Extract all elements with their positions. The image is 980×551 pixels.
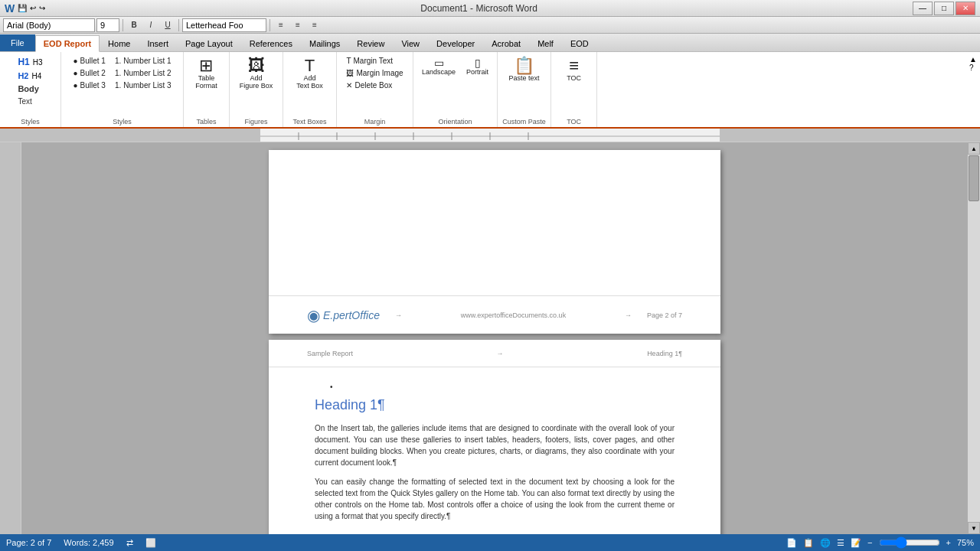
bold-button[interactable]: B	[126, 18, 142, 32]
word-icon: W	[5, 2, 15, 15]
tab-home[interactable]: Home	[100, 34, 139, 51]
margin-image-button[interactable]: 🖼 Margin Image	[342, 67, 407, 79]
scroll-thumb[interactable]	[969, 155, 979, 201]
landscape-label: Landscape	[422, 68, 456, 76]
quick-save-btn[interactable]: 💾	[18, 4, 27, 12]
add-textbox-button[interactable]: T Add Text Box	[292, 55, 327, 92]
delete-box-button[interactable]: ✕ Delete Box	[342, 80, 407, 91]
page-2-body[interactable]: • Heading 1¶ On the Insert tab, the gall…	[269, 367, 720, 534]
view-layout-icon[interactable]: 📋	[803, 538, 814, 548]
header-center: →	[497, 350, 504, 357]
quick-undo-btn[interactable]: ↩	[30, 4, 36, 12]
paste-label: Paste text	[509, 74, 540, 82]
tab-page-layout[interactable]: Page Layout	[177, 34, 241, 51]
view-outline-icon[interactable]: ☰	[837, 538, 844, 548]
quick-redo-btn[interactable]: ↪	[39, 4, 45, 12]
portrait-button[interactable]: ▯ Portrait	[462, 55, 492, 78]
num2-icon: 1.	[115, 69, 121, 77]
maximize-button[interactable]: □	[934, 2, 954, 15]
zoom-slider[interactable]	[879, 539, 940, 546]
track-changes-icon[interactable]: ⇄	[126, 538, 133, 548]
view-draft-icon[interactable]: 📝	[851, 538, 861, 548]
tab-acrobat[interactable]: Acrobat	[483, 34, 529, 51]
h1-badge: H1	[18, 57, 29, 67]
number-3-label: Number List 3	[123, 81, 171, 90]
italic-button[interactable]: I	[143, 18, 158, 32]
toc-button[interactable]: ≡ TOC	[560, 55, 588, 84]
paste-label: Custom Paste	[502, 118, 546, 126]
number-3-button[interactable]: 1. Number List 3	[111, 80, 175, 91]
zoom-out-button[interactable]: −	[867, 538, 872, 547]
footer-logo-text: E.pertOffice	[323, 309, 380, 321]
number-1-button[interactable]: 1. Number List 1	[111, 55, 175, 67]
body-paragraph-2[interactable]: You can easily change the formatting of …	[315, 476, 675, 522]
styles-content: H1 H3 H2 H4 Body Text	[15, 55, 45, 116]
tab-developer[interactable]: Developer	[428, 34, 483, 51]
ruler-right-margin	[720, 129, 980, 142]
tab-review[interactable]: Review	[348, 34, 393, 51]
style-selector[interactable]	[182, 18, 266, 32]
orientation-content: ▭ Landscape ▯ Portrait	[418, 55, 492, 116]
body-paragraph-1[interactable]: On the Insert tab, the galleries include…	[315, 422, 675, 468]
scroll-track[interactable]	[968, 155, 980, 522]
bullet-1-button[interactable]: ● Bullet 1	[70, 55, 109, 67]
view-web-icon[interactable]: 🌐	[820, 538, 831, 548]
align-right-icon[interactable]: ≡	[307, 18, 322, 32]
tab-file[interactable]: File	[0, 34, 35, 51]
minimize-button[interactable]: —	[913, 2, 933, 15]
number-1-label: Number List 1	[123, 57, 171, 65]
style-h1[interactable]: H1 H3	[15, 55, 45, 69]
margin-text-button[interactable]: T Margin Text	[342, 55, 407, 67]
paste-icon: 📋	[514, 57, 534, 74]
bullet-2-button[interactable]: ● Bullet 2	[70, 67, 109, 79]
style-h2[interactable]: H2 H4	[15, 70, 45, 82]
figure-box-label: Figure Box	[240, 82, 273, 90]
tab-eod-report[interactable]: EOD Report	[35, 35, 100, 52]
header-right: Heading 1¶	[647, 350, 682, 357]
document-canvas[interactable]: ◉ E.pertOffice → www.expertofficeDocumen…	[21, 142, 968, 534]
add-figure-label: Add	[250, 74, 262, 82]
heading-1-text[interactable]: Heading 1¶	[315, 397, 675, 413]
align-left-icon[interactable]: ≡	[273, 18, 289, 32]
tab-mailings[interactable]: Mailings	[301, 34, 348, 51]
underline-button[interactable]: U	[160, 18, 175, 32]
bullet-3-label: Bullet 3	[80, 81, 106, 90]
paste-button[interactable]: 📋 Paste text	[505, 55, 544, 84]
close-button[interactable]: ✕	[956, 2, 975, 15]
style-text[interactable]: Text	[15, 96, 45, 107]
zoom-in-button[interactable]: +	[946, 538, 951, 547]
align-center-icon[interactable]: ≡	[290, 18, 305, 32]
tab-eod[interactable]: EOD	[562, 34, 597, 51]
add-figure-button[interactable]: 🖼 Add Figure Box	[236, 55, 277, 92]
view-normal-icon[interactable]: 📄	[786, 538, 797, 548]
scroll-down-button[interactable]: ▼	[968, 522, 980, 534]
orientation-label: Orientation	[439, 118, 472, 126]
tab-references[interactable]: References	[241, 34, 301, 51]
font-size-selector[interactable]	[96, 18, 119, 32]
tab-view[interactable]: View	[393, 34, 428, 51]
figures-label: Figures	[244, 118, 267, 126]
page-2: Sample Report → Heading 1¶ • Heading 1¶ …	[269, 340, 720, 534]
margin-content: T Margin Text 🖼 Margin Image ✕ Delete Bo…	[342, 55, 407, 116]
collapse-ribbon-button[interactable]: ▲	[969, 55, 977, 64]
tab-insert[interactable]: Insert	[139, 34, 177, 51]
ruler-marks	[260, 129, 720, 142]
bullet-marker: •	[330, 383, 675, 391]
h3-label: H3	[33, 58, 43, 67]
footer-url-text: www.expertofficeDocuments.co.uk	[417, 311, 609, 319]
styles-label: Styles	[21, 118, 40, 126]
textboxes-label: Text Boxes	[292, 118, 326, 126]
help-button[interactable]: ?	[969, 64, 977, 72]
zoom-level: 75%	[957, 538, 974, 547]
ruler-active	[260, 129, 720, 142]
style-body[interactable]: Body	[15, 83, 45, 95]
tab-melf[interactable]: Melf	[529, 34, 562, 51]
table-button[interactable]: ⊞ Table Format	[191, 55, 221, 92]
scroll-up-button[interactable]: ▲	[968, 142, 980, 155]
margin-image-icon: 🖼	[346, 69, 354, 77]
font-selector[interactable]	[3, 18, 95, 32]
landscape-button[interactable]: ▭ Landscape	[418, 55, 459, 78]
number-2-button[interactable]: 1. Number List 2	[111, 67, 175, 79]
macro-icon[interactable]: ⬜	[145, 538, 156, 548]
bullet-3-button[interactable]: ● Bullet 3	[70, 80, 109, 91]
